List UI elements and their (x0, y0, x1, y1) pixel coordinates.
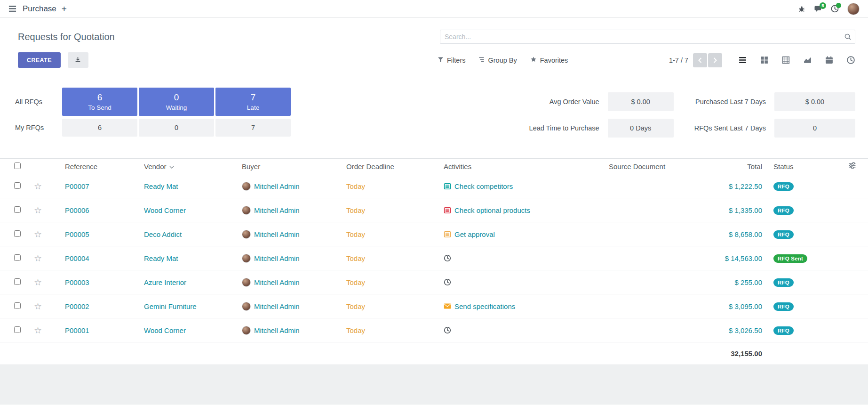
graph-view-icon[interactable] (803, 56, 812, 65)
row-checkbox[interactable] (14, 254, 21, 261)
header-reference[interactable]: Reference (53, 159, 140, 174)
vendor-link[interactable]: Deco Addict (144, 230, 182, 238)
tile-waiting[interactable]: 0 Waiting (139, 88, 214, 116)
tile-late[interactable]: 7 Late (215, 88, 291, 116)
reference-link[interactable]: P00006 (65, 206, 89, 214)
reference-link[interactable]: P00003 (65, 278, 89, 286)
vendor-link[interactable]: Wood Corner (144, 206, 186, 214)
buyer-link[interactable]: Mitchell Admin (254, 278, 300, 286)
activities-icon[interactable] (831, 5, 839, 13)
activity-icon[interactable] (444, 231, 451, 238)
buyer-link[interactable]: Mitchell Admin (254, 182, 300, 190)
table-row[interactable]: ☆ P00005 Deco Addict Mitchell Admin Toda… (0, 222, 868, 246)
favorite-star-icon[interactable]: ☆ (34, 253, 42, 263)
table-row[interactable]: ☆ P00004 Ready Mat Mitchell Admin Today … (0, 246, 868, 270)
pager: 1-7 / 7 (669, 53, 722, 67)
search-icon[interactable] (844, 33, 852, 42)
row-checkbox[interactable] (14, 206, 21, 213)
table-row[interactable]: ☆ P00006 Wood Corner Mitchell Admin Toda… (0, 198, 868, 222)
activity-label[interactable]: Check optional products (454, 206, 530, 214)
app-name[interactable]: Purchase (23, 4, 56, 14)
table-row[interactable]: ☆ P00001 Wood Corner Mitchell Admin Toda… (0, 318, 868, 342)
row-checkbox[interactable] (14, 302, 21, 309)
control-panel-top: Requests for Quotation (0, 18, 868, 44)
favorite-star-icon[interactable]: ☆ (34, 277, 42, 287)
activity-label[interactable]: Get approval (454, 230, 495, 238)
my-waiting-tile[interactable]: 0 (139, 119, 214, 137)
top-navbar: Purchase + 5 (0, 0, 868, 18)
activity-icon[interactable] (444, 303, 451, 309)
apps-menu-icon[interactable] (8, 5, 16, 12)
plus-button[interactable]: + (62, 4, 67, 13)
lead-time-label: Lead Time to Purchase (529, 119, 599, 138)
vendor-link[interactable]: Gemini Furniture (144, 302, 197, 310)
tile-to-send[interactable]: 6 To Send (62, 88, 137, 116)
activity-icon[interactable] (444, 207, 451, 214)
pager-range: 1-7 / 7 (669, 57, 688, 64)
pager-next-button[interactable] (708, 53, 722, 67)
table-row[interactable]: ☆ P00003 Azure Interior Mitchell Admin T… (0, 270, 868, 294)
buyer-avatar (242, 326, 251, 335)
buyer-link[interactable]: Mitchell Admin (254, 206, 300, 214)
debug-bug-icon[interactable] (798, 5, 805, 13)
reference-link[interactable]: P00007 (65, 182, 89, 190)
create-button[interactable]: CREATE (18, 52, 61, 68)
header-buyer[interactable]: Buyer (238, 159, 342, 174)
filters-button[interactable]: Filters (438, 57, 465, 64)
total-amount: $ 14,563.00 (725, 254, 762, 262)
header-order-deadline[interactable]: Order Deadline (342, 159, 440, 174)
vendor-link[interactable]: Azure Interior (144, 278, 186, 286)
table-row[interactable]: ☆ P00002 Gemini Furniture Mitchell Admin… (0, 294, 868, 318)
favorite-star-icon[interactable]: ☆ (34, 229, 42, 239)
my-late-tile[interactable]: 7 (215, 119, 291, 137)
activity-label[interactable]: Send specifications (454, 302, 515, 310)
row-checkbox[interactable] (14, 182, 21, 189)
activity-icon[interactable] (444, 278, 451, 286)
reference-link[interactable]: P00001 (65, 326, 89, 334)
vendor-link[interactable]: Ready Mat (144, 182, 178, 190)
calendar-view-icon[interactable] (825, 56, 834, 65)
group-by-button[interactable]: Group By (478, 57, 517, 64)
user-avatar[interactable] (847, 3, 860, 15)
row-checkbox[interactable] (14, 278, 21, 285)
kanban-view-icon[interactable] (760, 56, 769, 65)
activity-icon[interactable] (444, 183, 451, 190)
table-row[interactable]: ☆ P00007 Ready Mat Mitchell Admin Today … (0, 174, 868, 198)
favorite-star-icon[interactable]: ☆ (34, 325, 42, 335)
activity-icon[interactable] (444, 254, 451, 262)
reference-link[interactable]: P00005 (65, 230, 89, 238)
row-checkbox[interactable] (14, 230, 21, 237)
favorite-star-icon[interactable]: ☆ (34, 301, 42, 311)
footer-total: 32,155.00 (706, 342, 766, 365)
pager-previous-button[interactable] (693, 53, 707, 67)
search-input[interactable] (440, 30, 855, 43)
reference-link[interactable]: P00004 (65, 254, 89, 262)
buyer-link[interactable]: Mitchell Admin (254, 230, 300, 238)
header-vendor[interactable]: Vendor (140, 159, 238, 174)
vendor-link[interactable]: Wood Corner (144, 326, 186, 334)
favorites-button[interactable]: Favorites (530, 56, 568, 64)
export-button[interactable] (68, 52, 88, 68)
activity-view-icon[interactable] (846, 56, 855, 65)
buyer-link[interactable]: Mitchell Admin (254, 326, 300, 334)
header-activities[interactable]: Activities (440, 159, 596, 174)
favorite-star-icon[interactable]: ☆ (34, 205, 42, 215)
my-to-send-tile[interactable]: 6 (62, 119, 137, 137)
list-view-icon[interactable] (738, 56, 747, 65)
header-source-document[interactable]: Source Document (596, 159, 706, 174)
reference-link[interactable]: P00002 (65, 302, 89, 310)
pivot-view-icon[interactable] (781, 56, 790, 65)
buyer-link[interactable]: Mitchell Admin (254, 254, 300, 262)
activity-icon[interactable] (444, 326, 451, 334)
buyer-avatar (242, 254, 251, 263)
messages-icon[interactable]: 5 (814, 5, 822, 13)
favorite-star-icon[interactable]: ☆ (34, 181, 42, 191)
activity-label[interactable]: Check competitors (454, 182, 513, 190)
optional-columns-button[interactable] (836, 159, 868, 174)
buyer-link[interactable]: Mitchell Admin (254, 302, 300, 310)
header-status[interactable]: Status (766, 159, 836, 174)
header-total[interactable]: Total (706, 159, 766, 174)
vendor-link[interactable]: Ready Mat (144, 254, 178, 262)
select-all-checkbox[interactable] (14, 162, 21, 169)
row-checkbox[interactable] (14, 326, 21, 333)
